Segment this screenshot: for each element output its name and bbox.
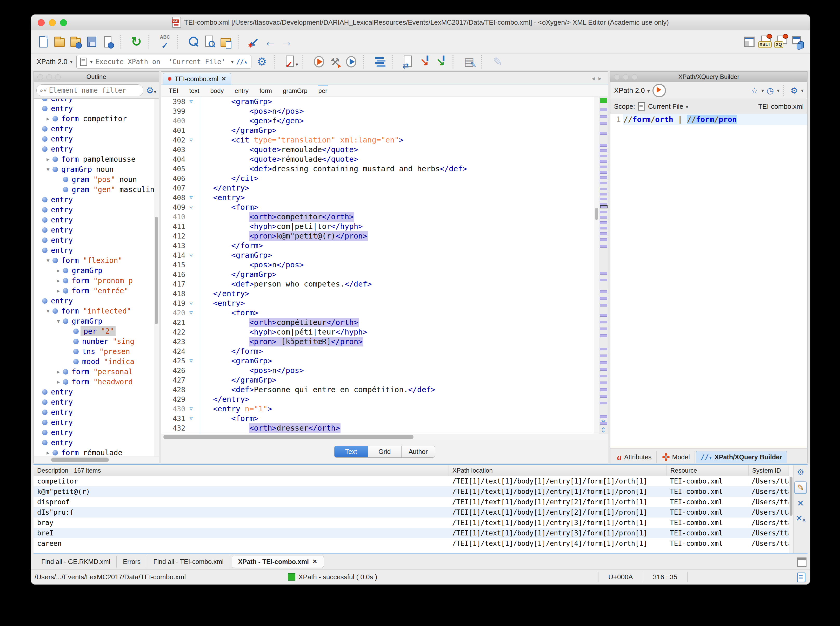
highlight-mark[interactable] [600, 368, 607, 371]
code-line[interactable]: 427 </gramGrp> [161, 375, 594, 385]
highlight-mark[interactable] [600, 171, 607, 174]
expand-arrow-icon[interactable]: ▶ [55, 275, 62, 286]
highlight-mark[interactable] [600, 375, 607, 377]
code-line[interactable]: 401 </gramGrp> [161, 125, 594, 135]
outline-item-entry[interactable]: entry [34, 245, 159, 255]
collapse-arrow-icon[interactable]: ▼ [44, 164, 52, 174]
minimize-window-button[interactable] [49, 19, 56, 26]
highlight-mark[interactable] [600, 188, 607, 190]
outline-item-gram[interactable]: gram"pos"noun [34, 174, 159, 185]
results-column-header[interactable]: Resource [667, 465, 749, 476]
overview-ruler[interactable]: ✕ ⇕ [599, 97, 608, 434]
outline-item-form[interactable]: ▶form"personal [34, 367, 159, 377]
outline-panel-header[interactable]: Outline [34, 72, 159, 82]
breadcrumb-item-entry[interactable]: entry [234, 85, 249, 97]
format-indent-icon[interactable] [373, 55, 386, 69]
breadcrumb-item-text[interactable]: text [189, 85, 200, 97]
builder-version-dropdown[interactable]: XPath 2.0 ▾ [614, 87, 650, 95]
fold-toggle-icon[interactable]: ▽ [185, 404, 196, 414]
code-line[interactable]: 406 </cit> [161, 174, 594, 183]
outline-item-form[interactable]: ▶form"headword [34, 377, 159, 387]
code-line[interactable]: 428 <def>Personne qui entre en compétiti… [161, 385, 594, 394]
builder-expression-editor[interactable]: 1 //form/orth | //form/pron [611, 114, 807, 448]
builder-tab-attributes[interactable]: aAttributes [612, 451, 656, 463]
editor-layout-icon[interactable] [743, 34, 756, 49]
code-line[interactable]: 400 <gen>f</gen> [161, 116, 594, 125]
validate-icon[interactable]: ▾ [284, 55, 297, 69]
highlight-mark[interactable] [600, 198, 607, 200]
outline-item-gramGrp[interactable]: ▼gramGrp [34, 316, 159, 326]
breadcrumb-item-TEI[interactable]: TEI [168, 85, 179, 97]
reload-icon[interactable] [130, 34, 143, 49]
highlight-mark[interactable] [600, 304, 607, 307]
highlight-mark[interactable] [600, 115, 607, 118]
fold-toggle-icon[interactable]: ▽ [185, 193, 196, 202]
back-icon[interactable] [264, 34, 277, 49]
outline-item-form[interactable]: ▶formpamplemousse [34, 154, 159, 164]
pencil-icon[interactable]: ✎ [794, 482, 807, 494]
favorites-star-icon[interactable]: ☆ [751, 86, 758, 95]
xpath-favorites-icon[interactable]: //★ [236, 58, 248, 66]
spell-check-icon[interactable] [158, 34, 172, 49]
scope-value-dropdown[interactable]: Current File ▾ [648, 103, 688, 111]
code-line[interactable]: 411 <hyph>com|peti|tor</hyph> [161, 222, 594, 231]
jump-red-icon[interactable] [418, 55, 431, 69]
expand-arrow-icon[interactable]: ▶ [44, 448, 52, 457]
code-line[interactable]: 403 <quote>remoulade</quote> [161, 145, 594, 155]
outline-item-mood[interactable]: mood"indica [34, 357, 159, 367]
code-line[interactable]: 431▽ <form> [161, 414, 594, 423]
panel-layout-icon[interactable] [797, 557, 807, 567]
forward-icon[interactable] [280, 34, 293, 49]
highlight-mark[interactable] [600, 211, 607, 213]
expand-arrow-icon[interactable]: ▶ [55, 286, 62, 296]
outline-item-entry[interactable]: entry [34, 387, 159, 397]
highlight-mark[interactable] [600, 290, 607, 293]
code-line[interactable]: 416 </gramGrp> [161, 270, 594, 279]
highlight-mark[interactable] [600, 279, 607, 281]
code-line[interactable]: 398▽ <gramGrp> [161, 97, 594, 106]
edit-book-icon[interactable] [462, 55, 476, 69]
builder-tab-model[interactable]: Model [658, 451, 695, 463]
save-icon[interactable] [85, 34, 99, 49]
highlight-mark[interactable] [600, 327, 607, 330]
highlight-mark[interactable] [600, 272, 607, 275]
fold-toggle-icon[interactable]: ▽ [185, 308, 196, 318]
code-line[interactable]: 410 <orth>competitor</orth> [161, 212, 594, 222]
view-button-text[interactable]: Text [334, 446, 368, 457]
expand-arrow-icon[interactable]: ▶ [55, 266, 62, 275]
highlight-mark[interactable] [600, 176, 607, 179]
highlight-mark[interactable] [600, 232, 607, 235]
gear-icon[interactable]: ⚙ [795, 466, 806, 478]
results-row[interactable]: careen/TEI[1]/text[1]/body[1]/entry[4]/f… [33, 538, 789, 549]
results-row[interactable]: disproof/TEI[1]/text[1]/body[1]/entry[2]… [33, 497, 789, 507]
results-column-header[interactable]: System ID [749, 465, 789, 476]
breadcrumb-item-form[interactable]: form [259, 85, 272, 97]
code-line[interactable]: 425▽ <gramGrp> [161, 356, 594, 366]
close-window-button[interactable] [38, 19, 45, 26]
highlight-mark[interactable] [600, 182, 607, 184]
results-row[interactable]: k@m"petit@(r)/TEI[1]/text[1]/body[1]/ent… [33, 487, 789, 497]
highlight-mark[interactable] [600, 382, 607, 384]
code-line[interactable]: 404 <quote>rémoulade</quote> [161, 155, 594, 164]
highlight-mark[interactable] [600, 422, 607, 425]
outline-item-entry[interactable]: entry [34, 296, 159, 306]
debug-play-icon[interactable] [344, 55, 358, 69]
code-line[interactable]: 405 <def>dressing containing mustard and… [161, 164, 594, 174]
breadcrumb-item-per[interactable]: per [318, 85, 328, 97]
code-line[interactable]: 419▽ <entry> [161, 299, 594, 308]
bottom-tab-xpath-tei-combo-xml[interactable]: XPath - TEI-combo.xml✕ [232, 556, 324, 568]
code-line[interactable]: 412 <pron>k@m"petit@(r)</pron> [161, 231, 594, 241]
transform-play-icon[interactable] [312, 55, 326, 69]
highlight-mark[interactable] [600, 149, 607, 152]
highlight-mark[interactable] [600, 415, 607, 418]
wrench-icon[interactable] [328, 55, 342, 69]
close-tab-icon[interactable]: ✕ [312, 558, 317, 565]
outline-item-per[interactable]: per"2" [34, 326, 159, 336]
history-clock-icon[interactable]: ◷ [766, 86, 774, 95]
jump-green-icon[interactable] [434, 55, 447, 69]
code-line[interactable]: 414▽ <gramGrp> [161, 250, 594, 260]
breadcrumb-item-gramGrp[interactable]: gramGrp [282, 85, 308, 97]
code-line[interactable]: 407 </entry> [161, 183, 594, 193]
results-row[interactable]: breI/TEI[1]/text[1]/body[1]/entry[3]/for… [33, 528, 789, 538]
highlight-mark[interactable] [600, 166, 607, 168]
